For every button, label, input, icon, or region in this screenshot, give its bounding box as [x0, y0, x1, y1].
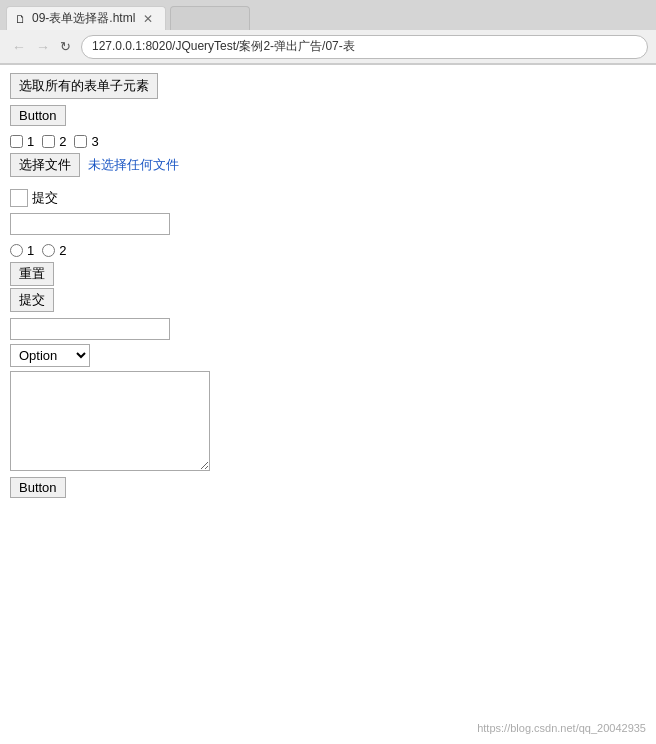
file-button[interactable]: 选择文件 [10, 153, 80, 177]
tab-title: 09-表单选择器.html [32, 10, 135, 27]
radio2[interactable] [42, 244, 55, 257]
browser-chrome: 🗋 09-表单选择器.html ✕ ← → ↻ [0, 0, 656, 65]
submit-image-placeholder [10, 189, 28, 207]
radio2-label: 2 [59, 243, 66, 258]
select-dropdown[interactable]: Option [10, 344, 90, 367]
address-input[interactable] [81, 35, 648, 59]
active-tab[interactable]: 🗋 09-表单选择器.html ✕ [6, 6, 166, 30]
checkbox2[interactable] [42, 135, 55, 148]
checkbox1[interactable] [10, 135, 23, 148]
button1[interactable]: Button [10, 105, 66, 126]
tab-icon: 🗋 [15, 13, 26, 25]
checkbox1-label: 1 [27, 134, 34, 149]
select-all-button[interactable]: 选取所有的表单子元素 [10, 73, 158, 99]
radio1-label: 1 [27, 243, 34, 258]
radio1[interactable] [10, 244, 23, 257]
forward-button[interactable]: → [32, 37, 54, 57]
submit-image-row: 提交 [10, 189, 646, 207]
tab-bar: 🗋 09-表单选择器.html ✕ [0, 0, 656, 30]
tab-close-button[interactable]: ✕ [141, 12, 155, 26]
reload-button[interactable]: ↻ [56, 37, 75, 56]
file-input-row: 选择文件 未选择任何文件 [10, 153, 646, 177]
address-bar-row: ← → ↻ [0, 30, 656, 64]
radio-row: 1 2 [10, 243, 646, 258]
checkbox2-label: 2 [59, 134, 66, 149]
page-content: 选取所有的表单子元素 Button 1 2 3 选择文件 未选择任何文件 提交 … [0, 65, 656, 510]
back-button[interactable]: ← [8, 37, 30, 57]
reset-button[interactable]: 重置 [10, 262, 54, 286]
checkbox-row: 1 2 3 [10, 134, 646, 149]
submit-image-label: 提交 [32, 189, 58, 207]
file-no-selection-label: 未选择任何文件 [88, 156, 179, 174]
button2[interactable]: Button [10, 477, 66, 498]
watermark: https://blog.csdn.net/qq_20042935 [477, 722, 646, 734]
checkbox3[interactable] [74, 135, 87, 148]
textarea-field[interactable] [10, 371, 210, 471]
text-input1[interactable] [10, 213, 170, 235]
inactive-tab[interactable] [170, 6, 250, 30]
text-input2[interactable] [10, 318, 170, 340]
submit-button[interactable]: 提交 [10, 288, 54, 312]
checkbox3-label: 3 [91, 134, 98, 149]
